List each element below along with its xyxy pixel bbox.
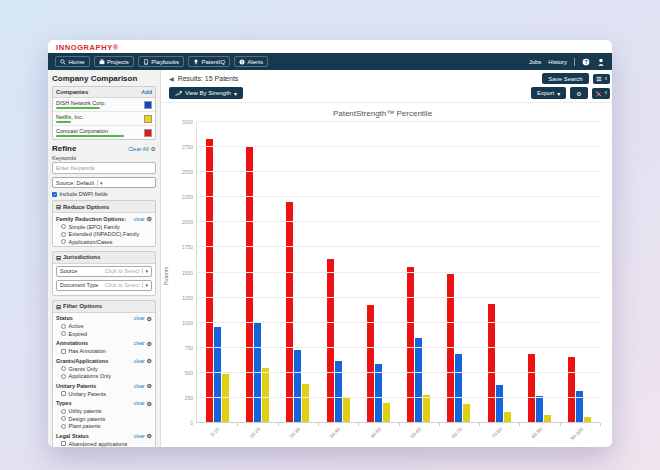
group-gear-icon[interactable]: ⚙ xyxy=(147,357,152,364)
radio-option[interactable]: Applications Only xyxy=(61,373,152,379)
radio-option[interactable]: Grants Only xyxy=(61,366,152,372)
company-row[interactable]: Comcast Corporation xyxy=(53,126,155,139)
settings-button[interactable]: ⚙ xyxy=(570,87,587,99)
company-color-swatch[interactable] xyxy=(144,101,152,109)
nav-item-jobs[interactable]: Jobs xyxy=(529,59,542,65)
radio-option[interactable]: Utility patents xyxy=(61,408,152,414)
y-tick-label: 3000 xyxy=(182,119,193,125)
radio-option[interactable]: Extended (INPADOC) Family xyxy=(61,231,152,237)
checkbox-option[interactable]: Abandoned applications xyxy=(61,441,152,447)
nav-item-playbooks[interactable]: Playbooks xyxy=(138,56,184,67)
clear-link[interactable]: clear xyxy=(134,383,145,389)
save-search-button[interactable]: Save Search xyxy=(542,73,588,84)
group-gear-icon[interactable]: ⚙ xyxy=(147,215,152,222)
bar-netflix,[interactable] xyxy=(463,404,470,423)
radio-option[interactable]: Active xyxy=(61,323,152,329)
group-gear-icon[interactable]: ⚙ xyxy=(147,382,152,389)
include-dwpi-checkbox[interactable]: ✓ Include DWPI fields xyxy=(52,191,156,197)
bar-comcast[interactable] xyxy=(407,267,414,423)
x-tick-label: 50-60 xyxy=(409,426,422,439)
bar-dish[interactable] xyxy=(214,327,221,423)
clear-link[interactable]: clear xyxy=(134,433,145,439)
bar-comcast[interactable] xyxy=(568,357,575,423)
clear-link[interactable]: clear xyxy=(134,216,145,222)
filter-group-label: Legal Status xyxy=(56,433,89,439)
jurisdiction-select[interactable]: SourceClick to Select▾ xyxy=(56,266,152,277)
results-panel-toggle[interactable]: ‹ xyxy=(593,74,610,84)
clear-link[interactable]: clear xyxy=(134,358,145,364)
filter-group-label: Status xyxy=(56,315,73,321)
bar-netflix,[interactable] xyxy=(343,398,350,423)
bar-dish[interactable] xyxy=(415,338,422,423)
keyword-source-select[interactable]: Source: Default ▾ xyxy=(52,177,156,188)
user-icon[interactable] xyxy=(597,58,605,66)
nav-item-alerts[interactable]: Alerts xyxy=(234,56,268,67)
filter-options-header[interactable]: ⊟ Filter Options xyxy=(53,301,155,313)
nav-item-projects[interactable]: Projects xyxy=(94,56,134,67)
bar-dish[interactable] xyxy=(375,364,382,423)
radio-option[interactable]: Design patents xyxy=(61,416,152,422)
bar-dish[interactable] xyxy=(496,385,503,423)
bar-comcast[interactable] xyxy=(327,259,334,423)
radio-option[interactable]: Plant patents xyxy=(61,423,152,429)
x-tick-label: 20-30 xyxy=(288,426,301,439)
bar-comcast[interactable] xyxy=(246,147,253,423)
nav-item-home[interactable]: Home xyxy=(55,56,90,67)
chevron-down-icon: ▾ xyxy=(234,90,237,97)
clear-all-link[interactable]: Clear All xyxy=(128,146,148,152)
companies-list: DISH Network Corp.Netflix, Inc.Comcast C… xyxy=(53,98,155,139)
bar-netflix,[interactable] xyxy=(383,403,390,423)
clear-link[interactable]: clear xyxy=(134,340,145,346)
logo-bar: INNOGRAPHY® xyxy=(48,40,612,53)
radio-option[interactable]: Expired xyxy=(61,331,152,337)
keywords-input[interactable]: Enter Keywords xyxy=(52,162,156,174)
bar-comcast[interactable] xyxy=(206,139,213,423)
bar-dish[interactable] xyxy=(294,350,301,423)
clear-link[interactable]: clear xyxy=(134,400,145,406)
left-sidebar: Company Comparison Companies Add DISH Ne… xyxy=(48,70,161,447)
bar-dish[interactable] xyxy=(335,361,342,423)
bar-netflix,[interactable] xyxy=(423,395,430,423)
help-icon[interactable]: ? xyxy=(582,58,590,66)
nav-item-patentiq[interactable]: PatentIQ xyxy=(188,56,230,67)
annotation-panel-toggle[interactable]: ‹ xyxy=(592,88,610,99)
reduce-options-header[interactable]: ⊟ Reduce Options xyxy=(53,201,155,213)
radio-label: Extended (INPADOC) Family xyxy=(69,231,140,237)
y-tick-label: 2750 xyxy=(182,144,193,150)
group-gear-icon[interactable]: ⚙ xyxy=(147,340,152,347)
group-gear-icon[interactable]: ⚙ xyxy=(147,315,152,322)
checkbox-option[interactable]: Unitary Patents xyxy=(61,391,152,397)
export-button[interactable]: Export ▾ xyxy=(531,87,566,99)
company-row[interactable]: Netflix, Inc. xyxy=(53,112,155,126)
bar-netflix,[interactable] xyxy=(302,384,309,423)
radio-option[interactable]: Application/Cases xyxy=(61,239,152,245)
view-by-strength-button[interactable]: View By Strength ▾ xyxy=(169,87,243,99)
refine-gear-icon[interactable]: ⚙ xyxy=(151,145,156,152)
company-row[interactable]: DISH Network Corp. xyxy=(53,98,155,112)
collapse-icon: ⊟ xyxy=(56,303,61,310)
y-tick-label: 1250 xyxy=(182,295,193,301)
collapse-sidebar-icon[interactable]: ◀ xyxy=(169,75,174,82)
clear-link[interactable]: clear xyxy=(134,315,145,321)
bar-dish[interactable] xyxy=(455,354,462,423)
group-gear-icon[interactable]: ⚙ xyxy=(147,400,152,407)
group-gear-icon[interactable]: ⚙ xyxy=(147,432,152,439)
filter-group-title: Statusclear⚙ xyxy=(56,315,152,322)
company-name: DISH Network Corp. xyxy=(56,100,141,106)
bar-netflix,[interactable] xyxy=(262,368,269,423)
radio-option[interactable]: Simple (EPO) Family xyxy=(61,224,152,230)
bar-comcast[interactable] xyxy=(528,354,535,423)
filter-groups: Statusclear⚙ActiveExpiredAnnotationsclea… xyxy=(53,313,155,448)
bar-netflix,[interactable] xyxy=(222,374,229,423)
company-color-swatch[interactable] xyxy=(144,129,152,137)
company-color-swatch[interactable] xyxy=(144,115,152,123)
bar-dish[interactable] xyxy=(536,396,543,423)
filter-group-title: Typesclear⚙ xyxy=(56,400,152,407)
bar-comcast[interactable] xyxy=(286,202,293,423)
add-company-link[interactable]: Add xyxy=(141,89,152,95)
chevron-down-icon: ▾ xyxy=(557,90,560,97)
checkbox-option[interactable]: Has Annotation xyxy=(61,348,152,354)
jurisdictions-header[interactable]: ⊟ Jurisdictions xyxy=(53,252,155,264)
jurisdiction-select[interactable]: Document TypeClick to Select▾ xyxy=(56,280,152,291)
nav-item-history[interactable]: History xyxy=(548,59,567,65)
